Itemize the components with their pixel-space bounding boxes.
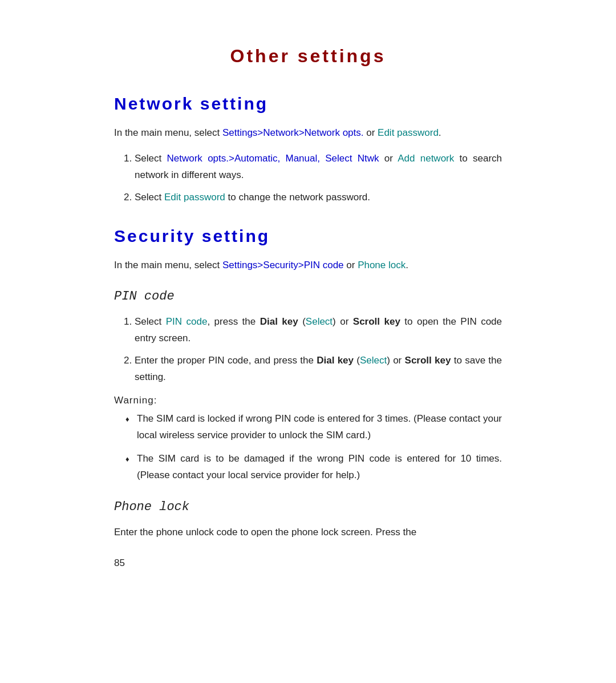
security-intro-middle: or [344,260,358,270]
security-setting-section: Security setting In the main menu, selec… [114,227,502,541]
network-list: Select Network opts.>Automatic, Manual, … [135,151,502,206]
pin-code-list: Select PIN code, press the Dial key (Sel… [135,314,502,386]
network-item1-link2: Add network [398,153,454,164]
page-container: Other settings Network setting In the ma… [91,0,525,603]
pin-item1-link: PIN code [166,316,208,327]
network-link-1: Settings>Network>Network opts. [222,127,364,138]
warning-bullets: The SIM card is locked if wrong PIN code… [125,411,502,484]
pin-item2-paren-open: ( [354,355,360,366]
phone-lock-heading: Phone lock [114,500,502,514]
pin-item2-bold2: Scroll key [405,355,451,366]
network-intro-prefix: In the main menu, select [114,127,222,138]
pin-code-subsection: PIN code Select PIN code, press the Dial… [114,289,502,483]
warning-bullet-1: The SIM card is locked if wrong PIN code… [125,411,502,444]
pin-code-heading: PIN code [114,289,502,304]
network-setting-section: Network setting In the main menu, select… [114,94,502,206]
pin-item2-prefix: Enter the proper PIN code, and press the [135,355,317,366]
network-intro-paragraph: In the main menu, select Settings>Networ… [114,125,502,142]
security-setting-heading: Security setting [114,227,502,246]
warning-bullet-2: The SIM card is to be damaged if the wro… [125,451,502,484]
network-list-item-2: Select Edit password to change the netwo… [135,189,502,206]
network-item1-middle: or [379,153,398,164]
phone-lock-subsection: Phone lock Enter the phone unlock code t… [114,500,502,541]
security-link-2: Phone lock [358,260,406,270]
pin-item1-link2: Select [306,316,333,327]
pin-item1-bold2: Scroll key [353,316,400,327]
network-intro-suffix: . [439,127,441,138]
pin-item1-middle: , press the [207,316,260,327]
network-list-item-1: Select Network opts.>Automatic, Manual, … [135,151,502,184]
pin-item-1: Select PIN code, press the Dial key (Sel… [135,314,502,347]
network-item2-link: Edit password [164,192,225,203]
page-number: 85 [114,557,502,569]
pin-item-2: Enter the proper PIN code, and press the… [135,353,502,386]
pin-item1-paren-close: ) or [333,316,353,327]
security-intro-prefix: In the main menu, select [114,260,222,270]
network-item2-prefix: Select [135,192,164,203]
security-link-1: Settings>Security>PIN code [222,260,344,270]
network-link-2: Edit password [378,127,439,138]
network-item2-suffix: to change the network password. [225,192,370,203]
network-setting-heading: Network setting [114,94,502,114]
security-intro-paragraph: In the main menu, select Settings>Securi… [114,257,502,274]
pin-item1-bold1: Dial key [260,316,298,327]
pin-item1-paren-open: ( [298,316,306,327]
security-intro-suffix: . [406,260,408,270]
network-item1-prefix: Select [135,153,167,164]
pin-item2-link: Select [360,355,387,366]
page-title: Other settings [114,46,502,67]
network-intro-middle: or [364,127,378,138]
pin-item2-bold1: Dial key [317,355,354,366]
phone-lock-body: Enter the phone unlock code to open the … [114,524,502,541]
pin-item2-paren-close: ) or [387,355,404,366]
warning-label: Warning: [114,395,502,406]
pin-item1-prefix: Select [135,316,166,327]
network-item1-link: Network opts.>Automatic, Manual, Select … [167,153,379,164]
